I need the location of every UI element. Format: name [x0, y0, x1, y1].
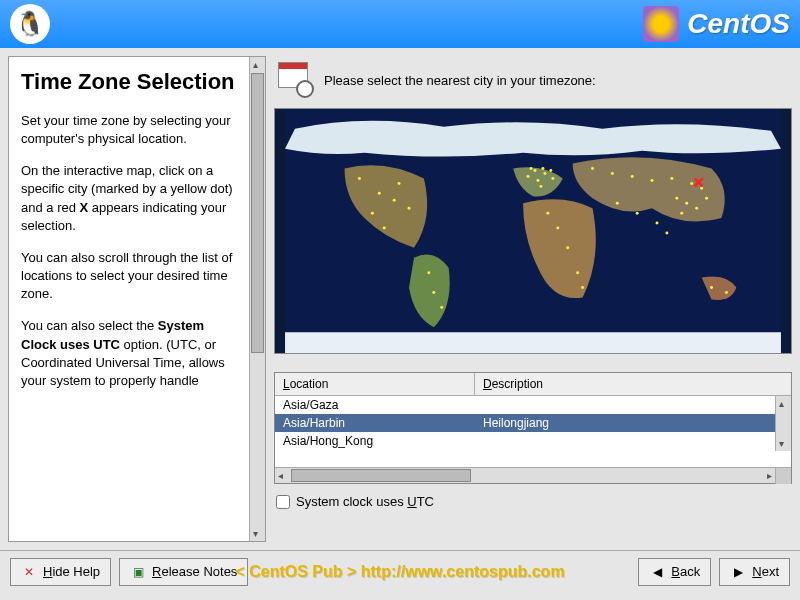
help-p1: Set your time zone by selecting your com… [21, 112, 237, 148]
hide-help-button[interactable]: ✕ Hide Help [10, 558, 111, 586]
svg-point-13 [546, 212, 549, 215]
watermark: < CentOS Pub > http://www.centospub.com [235, 563, 564, 581]
svg-point-30 [636, 212, 639, 215]
svg-point-34 [398, 182, 401, 185]
svg-point-41 [700, 187, 703, 190]
brand-text: CentOS [687, 8, 790, 40]
svg-point-20 [631, 175, 634, 178]
svg-point-40 [690, 182, 693, 185]
instruction-row: Please select the nearest city in your t… [274, 56, 792, 108]
svg-point-24 [685, 202, 688, 205]
back-button[interactable]: ◀ Back [638, 558, 711, 586]
utc-checkbox[interactable] [276, 495, 290, 509]
next-icon: ▶ [730, 564, 746, 580]
notes-icon: ▣ [130, 564, 146, 580]
svg-point-22 [670, 177, 673, 180]
svg-point-8 [527, 175, 530, 178]
table-scrollbar-v[interactable] [775, 396, 791, 451]
table-row[interactable]: Asia/Gaza [275, 396, 791, 414]
svg-point-21 [651, 179, 654, 182]
table-scrollbar-h[interactable] [275, 467, 791, 483]
svg-point-28 [725, 291, 728, 294]
svg-point-10 [543, 172, 546, 175]
content-area: Time Zone Selection Set your time zone b… [0, 48, 800, 550]
help-scrollbar[interactable] [249, 57, 265, 541]
svg-point-37 [533, 169, 536, 172]
svg-point-4 [371, 212, 374, 215]
col-location[interactable]: Location [275, 373, 475, 395]
svg-point-39 [549, 169, 552, 172]
help-title: Time Zone Selection [21, 67, 237, 98]
svg-point-18 [591, 167, 594, 170]
svg-point-27 [710, 286, 713, 289]
utc-checkbox-row[interactable]: System clock uses UTC [274, 490, 792, 513]
svg-point-5 [427, 271, 430, 274]
world-map[interactable] [274, 108, 792, 354]
utc-label: System clock uses UTC [296, 494, 434, 509]
instruction-text: Please select the nearest city in your t… [324, 73, 596, 88]
calendar-clock-icon [278, 62, 314, 98]
svg-point-38 [541, 167, 544, 170]
svg-point-23 [675, 197, 678, 200]
main-panel: Please select the nearest city in your t… [274, 56, 792, 542]
help-p2: On the interactive map, click on a speci… [21, 162, 237, 235]
svg-point-9 [536, 179, 539, 182]
svg-point-17 [581, 286, 584, 289]
svg-point-6 [432, 291, 435, 294]
location-table: Location Description Asia/Gaza Asia/Harb… [274, 372, 792, 484]
help-panel: Time Zone Selection Set your time zone b… [8, 56, 266, 542]
tux-icon: 🐧 [10, 4, 50, 44]
help-text: Time Zone Selection Set your time zone b… [9, 57, 249, 541]
table-row[interactable]: Asia/HarbinHeilongjiang [275, 414, 791, 432]
svg-point-42 [705, 197, 708, 200]
footer-bar: ✕ Hide Help ▣ Release Notes < CentOS Pub… [0, 550, 800, 592]
brand: CentOS [643, 6, 790, 42]
svg-point-12 [539, 185, 542, 188]
col-description[interactable]: Description [475, 373, 791, 395]
centos-logo-icon [643, 6, 679, 42]
help-p4: You can also select the System Clock use… [21, 317, 237, 390]
svg-point-19 [611, 172, 614, 175]
svg-point-32 [665, 231, 668, 234]
map-svg [275, 109, 791, 353]
svg-point-33 [358, 177, 361, 180]
svg-point-11 [551, 177, 554, 180]
svg-point-31 [655, 222, 658, 225]
svg-point-15 [566, 246, 569, 249]
next-button[interactable]: ▶ Next [719, 558, 790, 586]
release-notes-button[interactable]: ▣ Release Notes [119, 558, 248, 586]
svg-point-3 [408, 207, 411, 210]
back-icon: ◀ [649, 564, 665, 580]
svg-point-36 [530, 167, 533, 170]
svg-point-35 [383, 227, 386, 230]
close-icon: ✕ [21, 564, 37, 580]
table-body[interactable]: Asia/Gaza Asia/HarbinHeilongjiang Asia/H… [275, 396, 791, 467]
svg-point-29 [616, 202, 619, 205]
svg-point-2 [393, 199, 396, 202]
svg-point-25 [695, 207, 698, 210]
help-p3: You can also scroll through the list of … [21, 249, 237, 304]
svg-point-1 [378, 192, 381, 195]
title-bar: 🐧 CentOS [0, 0, 800, 48]
svg-point-16 [576, 271, 579, 274]
table-row[interactable]: Asia/Hong_Kong [275, 432, 791, 450]
svg-point-7 [440, 306, 443, 309]
table-header[interactable]: Location Description [275, 373, 791, 396]
svg-point-14 [556, 227, 559, 230]
svg-point-26 [680, 212, 683, 215]
